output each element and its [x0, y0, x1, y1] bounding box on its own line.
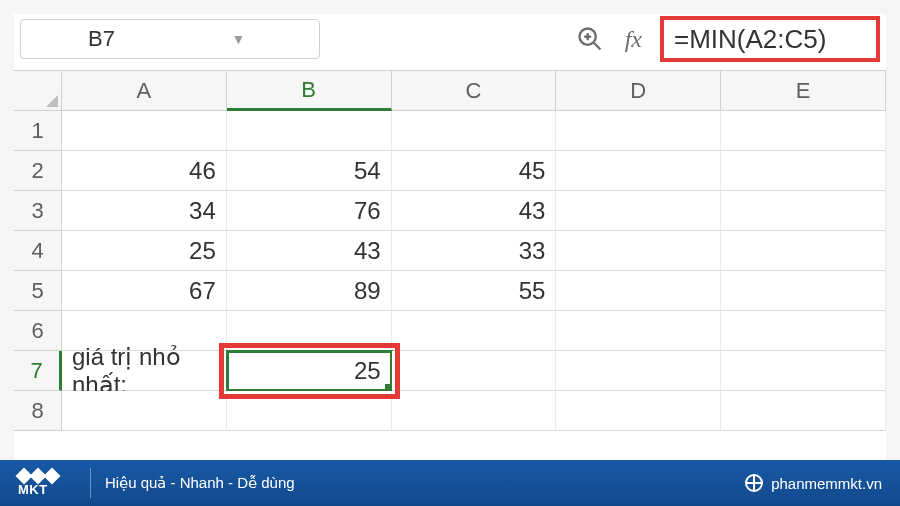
- cell-B1[interactable]: [227, 111, 392, 151]
- logo-mark-icon: [18, 470, 58, 482]
- chevron-down-icon: ▼: [170, 31, 307, 47]
- cell-E8[interactable]: [721, 391, 886, 431]
- footer-banner: MKT Hiệu quả - Nhanh - Dễ dùng phanmemmk…: [0, 460, 900, 506]
- row-header-3[interactable]: 3: [14, 191, 62, 231]
- zoom-search-icon[interactable]: [573, 22, 607, 56]
- divider: [90, 468, 91, 498]
- cell-D6[interactable]: [556, 311, 721, 351]
- cell-D8[interactable]: [556, 391, 721, 431]
- cell-E3[interactable]: [721, 191, 886, 231]
- cell-A7[interactable]: giá trị nhỏ nhất:: [62, 351, 227, 391]
- cell-E1[interactable]: [721, 111, 886, 151]
- brand-logo: MKT: [18, 470, 58, 497]
- formula-input-value: =MIN(A2:C5): [674, 24, 826, 55]
- formula-bar: B7 ▼ fx =MIN(A2:C5): [14, 14, 886, 70]
- cell-C8[interactable]: [392, 391, 557, 431]
- cell-E6[interactable]: [721, 311, 886, 351]
- svg-line-1: [593, 43, 600, 50]
- cell-A1[interactable]: [62, 111, 227, 151]
- spreadsheet-grid: ABCDE1246544533476434254333567895567giá …: [14, 70, 886, 431]
- globe-icon: [745, 474, 763, 492]
- select-all-corner[interactable]: [14, 71, 62, 111]
- cell-C2[interactable]: 45: [392, 151, 557, 191]
- cell-E2[interactable]: [721, 151, 886, 191]
- column-header-A[interactable]: A: [62, 71, 227, 111]
- row-header-2[interactable]: 2: [14, 151, 62, 191]
- cell-B2[interactable]: 54: [227, 151, 392, 191]
- cell-D3[interactable]: [556, 191, 721, 231]
- cell-C4[interactable]: 33: [392, 231, 557, 271]
- cell-E5[interactable]: [721, 271, 886, 311]
- column-header-B[interactable]: B: [227, 71, 392, 111]
- footer-tagline: Hiệu quả - Nhanh - Dễ dùng: [105, 474, 295, 492]
- name-box-value: B7: [33, 26, 170, 52]
- cell-D7[interactable]: [556, 351, 721, 391]
- cell-A5[interactable]: 67: [62, 271, 227, 311]
- row-header-6[interactable]: 6: [14, 311, 62, 351]
- cell-A8[interactable]: [62, 391, 227, 431]
- column-header-D[interactable]: D: [556, 71, 721, 111]
- cell-B5[interactable]: 89: [227, 271, 392, 311]
- cell-B6[interactable]: [227, 311, 392, 351]
- row-header-7[interactable]: 7: [14, 351, 62, 391]
- cell-D4[interactable]: [556, 231, 721, 271]
- row-header-4[interactable]: 4: [14, 231, 62, 271]
- name-box[interactable]: B7 ▼: [20, 19, 320, 59]
- cell-E7[interactable]: [721, 351, 886, 391]
- cell-B7[interactable]: 25: [227, 351, 392, 391]
- footer-site: phanmemmkt.vn: [771, 475, 882, 492]
- cell-C7[interactable]: [392, 351, 557, 391]
- cell-B3[interactable]: 76: [227, 191, 392, 231]
- cell-D1[interactable]: [556, 111, 721, 151]
- fx-icon[interactable]: fx: [625, 26, 642, 53]
- row-header-8[interactable]: 8: [14, 391, 62, 431]
- cell-C3[interactable]: 43: [392, 191, 557, 231]
- cell-C1[interactable]: [392, 111, 557, 151]
- cell-A3[interactable]: 34: [62, 191, 227, 231]
- cell-C6[interactable]: [392, 311, 557, 351]
- row-header-1[interactable]: 1: [14, 111, 62, 151]
- cell-A2[interactable]: 46: [62, 151, 227, 191]
- cell-B4[interactable]: 43: [227, 231, 392, 271]
- column-header-E[interactable]: E: [721, 71, 886, 111]
- cell-D5[interactable]: [556, 271, 721, 311]
- column-header-C[interactable]: C: [392, 71, 557, 111]
- formula-input[interactable]: =MIN(A2:C5): [660, 16, 880, 62]
- cell-B8[interactable]: [227, 391, 392, 431]
- row-header-5[interactable]: 5: [14, 271, 62, 311]
- cell-A4[interactable]: 25: [62, 231, 227, 271]
- cell-E4[interactable]: [721, 231, 886, 271]
- cell-C5[interactable]: 55: [392, 271, 557, 311]
- cell-D2[interactable]: [556, 151, 721, 191]
